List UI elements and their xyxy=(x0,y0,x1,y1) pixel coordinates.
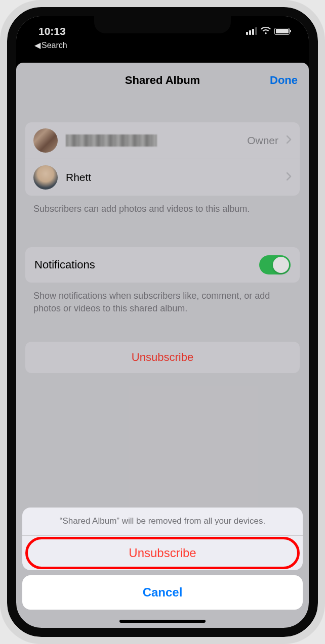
confirm-unsubscribe-label: Unsubscribe xyxy=(129,546,196,560)
cancel-label: Cancel xyxy=(143,585,183,599)
cancel-button[interactable]: Cancel xyxy=(22,575,303,610)
confirm-unsubscribe-button[interactable]: Unsubscribe xyxy=(22,535,303,570)
action-sheet-message: “Shared Album” will be removed from all … xyxy=(22,508,303,535)
device-notch xyxy=(94,15,231,33)
action-sheet: “Shared Album” will be removed from all … xyxy=(22,508,303,610)
home-indicator[interactable] xyxy=(119,620,206,623)
